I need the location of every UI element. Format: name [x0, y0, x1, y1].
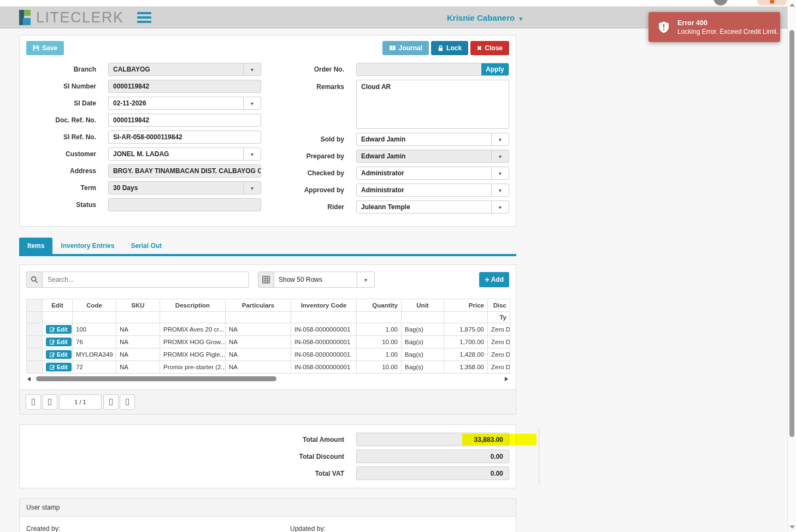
subheader-cell — [357, 312, 402, 323]
vertical-scrollbar-thumb[interactable] — [789, 30, 794, 437]
cell-code: 100 — [73, 323, 116, 336]
approved-by-select[interactable]: Administrator ▾ — [356, 184, 509, 197]
user-stamp-panel: User stamp Created by: Updated by: — [19, 498, 516, 532]
scroll-up-icon[interactable] — [789, 3, 795, 7]
chevron-down-icon[interactable]: ▾ — [491, 167, 509, 179]
col-description[interactable]: Description — [160, 299, 226, 312]
chevron-down-icon[interactable]: ▾ — [243, 97, 261, 109]
customer-value: JONEL M. LADAG — [109, 148, 243, 160]
tabs-row: Items Inventory Entries Serial Out — [19, 238, 516, 256]
chevron-down-icon[interactable]: ▾ — [491, 150, 509, 162]
row-select-cell[interactable] — [27, 348, 43, 361]
last-page-button[interactable] — [120, 394, 135, 410]
status-input[interactable] — [108, 198, 261, 211]
col-particulars[interactable]: Particulars — [226, 299, 291, 312]
address-input[interactable]: BRGY. BAAY TINAMBACAN DIST. CALBAYOG CIT — [108, 164, 261, 178]
tab-items[interactable]: Items — [19, 238, 52, 254]
remarks-textarea[interactable]: Cloud AR — [356, 80, 509, 129]
browser-extension-pill[interactable] — [757, 0, 787, 5]
subheader-cell — [226, 312, 291, 323]
si-ref-no-label: SI Ref. No. — [26, 133, 108, 141]
cell-discount: Zero Di — [488, 323, 510, 336]
branch-select[interactable]: CALBAYOG ▾ — [108, 63, 261, 76]
browser-avatar[interactable] — [714, 0, 728, 5]
table-row[interactable]: Edit 76 NA PROMIX HOG Grow... NA IN-058-… — [27, 336, 510, 348]
si-ref-no-input[interactable]: SI-AR-058-0000119842 — [108, 131, 261, 144]
edit-button[interactable]: Edit — [46, 350, 72, 359]
show-rows-select[interactable]: Show 50 Rows ▾ — [274, 271, 375, 288]
col-edit[interactable]: Edit — [43, 299, 73, 312]
table-row[interactable]: Edit 72 NA Promix pre-starter (2... NA I… — [27, 361, 510, 374]
doc-ref-no-input[interactable]: 0000119842 — [108, 114, 261, 127]
si-number-input[interactable]: 0000119842 — [108, 80, 261, 93]
prev-page-button[interactable] — [42, 394, 57, 410]
edit-button[interactable]: Edit — [46, 363, 72, 371]
prepared-by-select[interactable]: Edward Jamin ▾ — [356, 150, 509, 163]
toast-title: Error 400 — [677, 19, 779, 27]
chevron-down-icon[interactable]: ▾ — [491, 133, 509, 145]
checked-by-value: Administrator — [357, 167, 491, 179]
search-icon[interactable] — [26, 271, 43, 288]
user-menu[interactable]: Krisnie Cabanero ▾ — [447, 7, 522, 29]
error-toast[interactable]: Error 400 Locking Error. Exceed Credit L… — [648, 12, 780, 42]
toast-text: Error 400 Locking Error. Exceed Credit L… — [677, 19, 779, 36]
sold-by-select[interactable]: Edward Jamin ▾ — [356, 133, 509, 146]
chevron-down-icon[interactable]: ▾ — [357, 272, 374, 287]
status-label: Status — [26, 201, 108, 209]
next-page-button[interactable] — [103, 394, 119, 410]
brand-name: LITECLERK — [36, 9, 124, 26]
table-row[interactable]: Edit MYLORA349 NA PROMIX HOG Pigle... NA… — [27, 348, 510, 361]
total-vat-row: Total VAT 0.00 — [26, 466, 509, 480]
form-grid: Branch CALBAYOG ▾ SI Number 0000119842 S… — [26, 63, 509, 217]
row-select-cell[interactable] — [27, 323, 43, 336]
table-subheader-row: Ty — [27, 312, 510, 323]
checked-by-select[interactable]: Administrator ▾ — [356, 167, 509, 180]
row-select-cell[interactable] — [27, 361, 43, 374]
col-inventory-code[interactable]: Inventory Code — [291, 299, 357, 312]
edit-button[interactable]: Edit — [46, 338, 72, 346]
col-sku[interactable]: SKU — [116, 299, 160, 312]
app-logo[interactable]: LITECLERK — [19, 9, 124, 26]
menu-hamburger-icon[interactable] — [137, 10, 151, 25]
chevron-down-icon[interactable]: ▾ — [243, 63, 261, 75]
items-table: Edit Code SKU Description Particulars In… — [26, 299, 510, 374]
apply-button[interactable]: Apply — [481, 63, 509, 75]
first-page-button[interactable] — [26, 394, 41, 410]
customer-select[interactable]: JONEL M. LADAG ▾ — [108, 147, 261, 161]
horizontal-scrollbar[interactable] — [26, 375, 509, 383]
cell-sku: NA — [116, 361, 160, 374]
scroll-down-icon[interactable] — [789, 525, 795, 529]
rider-select[interactable]: Juleann Temple ▾ — [356, 200, 509, 214]
tab-serial-out[interactable]: Serial Out — [122, 238, 170, 254]
chevron-down-icon[interactable]: ▾ — [491, 184, 509, 196]
journal-button[interactable]: Journal — [382, 41, 429, 55]
table-row[interactable]: Edit 100 NA PROMIX Aves 20 cr... NA IN-0… — [27, 323, 510, 336]
col-unit[interactable]: Unit — [402, 299, 444, 312]
approved-by-label: Approved by — [268, 186, 356, 194]
vertical-scrollbar[interactable] — [787, 0, 796, 532]
tab-inventory-entries[interactable]: Inventory Entries — [52, 238, 122, 254]
chevron-down-icon[interactable]: ▾ — [243, 182, 261, 194]
order-no-input[interactable]: Apply — [356, 63, 509, 76]
save-button[interactable]: Save — [26, 41, 64, 55]
col-price[interactable]: Price — [444, 299, 488, 312]
add-button[interactable]: + Add — [479, 272, 509, 287]
chevron-down-icon[interactable]: ▾ — [243, 148, 261, 160]
search-input[interactable] — [43, 271, 249, 288]
lock-button[interactable]: Lock — [431, 41, 468, 55]
col-code[interactable]: Code — [73, 299, 116, 312]
row-select-cell[interactable] — [27, 336, 43, 348]
edit-button[interactable]: Edit — [46, 325, 72, 334]
invoice-form-panel: Save Journal Lock ✖ Close — [19, 35, 516, 227]
total-amount-field: 33,883.00 — [356, 433, 509, 446]
col-quantity[interactable]: Quantity — [357, 299, 402, 312]
close-button[interactable]: ✖ Close — [470, 41, 509, 55]
scroll-right-icon[interactable] — [505, 377, 508, 381]
table-grid-icon[interactable] — [258, 271, 274, 288]
scroll-left-icon[interactable] — [27, 377, 31, 381]
col-discount[interactable]: Disc — [488, 299, 510, 312]
si-date-select[interactable]: 02-11-2026 ▾ — [108, 97, 261, 110]
horizontal-scrollbar-thumb[interactable] — [36, 376, 276, 381]
chevron-down-icon[interactable]: ▾ — [491, 201, 509, 213]
term-select[interactable]: 30 Days ▾ — [108, 181, 261, 194]
